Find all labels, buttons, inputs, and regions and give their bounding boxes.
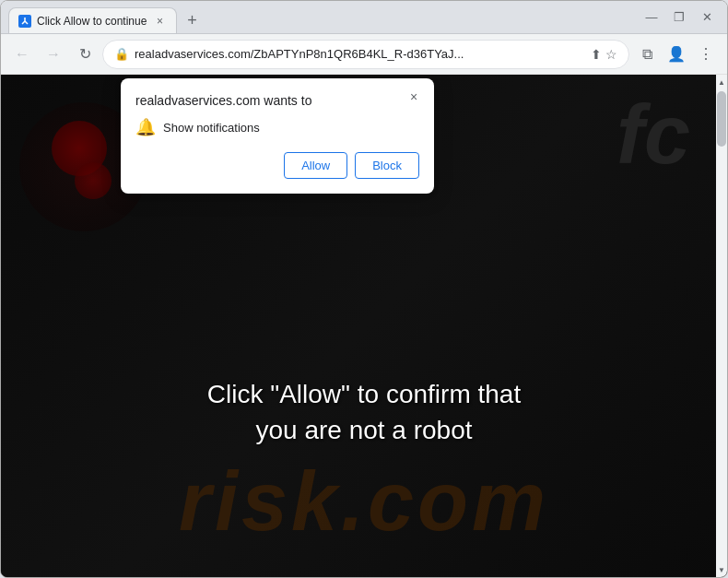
popup-close-button[interactable]: × xyxy=(405,88,423,106)
tab-area: Click Allow to continue × + xyxy=(8,1,628,33)
main-text-line2: you are not a robot xyxy=(207,412,521,448)
allow-button[interactable]: Allow xyxy=(284,152,347,179)
popup-permission-row: 🔔 Show notifications xyxy=(135,117,419,137)
nav-bar: ← → ↻ 🔒 realadvaservices.com/ZbAPTYnP8n1… xyxy=(1,34,727,75)
active-tab[interactable]: Click Allow to continue × xyxy=(8,7,177,33)
tab-title: Click Allow to continue xyxy=(37,15,147,28)
scroll-up-button[interactable]: ▲ xyxy=(716,75,727,89)
split-screen-button[interactable]: ⧉ xyxy=(633,41,661,68)
toolbar-icons: ⧉ 👤 ⋮ xyxy=(633,41,720,68)
collapse-button[interactable]: — xyxy=(639,5,664,30)
scroll-down-button[interactable]: ▼ xyxy=(716,562,727,577)
permission-label: Show notifications xyxy=(163,121,260,135)
scroll-thumb[interactable] xyxy=(717,91,726,147)
forward-button[interactable]: → xyxy=(40,41,67,68)
tab-close-button[interactable]: × xyxy=(152,14,167,29)
bg-decoration-3 xyxy=(75,162,112,199)
menu-button[interactable]: ⋮ xyxy=(692,41,720,68)
share-icon[interactable]: ⬆ xyxy=(591,47,602,62)
lock-icon: 🔒 xyxy=(114,47,129,61)
content-area: fc risk.com Click "Allow" to confirm tha… xyxy=(1,75,727,577)
watermark-fc: fc xyxy=(616,93,690,176)
browser-window: Click Allow to continue × + — ❐ ✕ ← → ↻ … xyxy=(0,0,728,578)
account-button[interactable]: 👤 xyxy=(663,41,690,68)
main-page-text: Click "Allow" to confirm that you are no… xyxy=(207,376,521,448)
watermark-risk: risk.com xyxy=(179,454,549,549)
popup-buttons: Allow Block xyxy=(135,152,419,179)
restore-button[interactable]: ❐ xyxy=(666,5,692,30)
scroll-track[interactable] xyxy=(716,89,727,562)
tab-favicon xyxy=(18,15,31,28)
scrollbar: ▲ ▼ xyxy=(716,75,727,577)
back-button[interactable]: ← xyxy=(8,41,36,68)
address-icons: ⬆ ☆ xyxy=(591,47,617,62)
block-button[interactable]: Block xyxy=(355,152,419,179)
address-bar[interactable]: 🔒 realadvaservices.com/ZbAPTYnP8n1QR6B4K… xyxy=(102,40,629,69)
main-text-line1: Click "Allow" to confirm that xyxy=(207,376,521,412)
reload-button[interactable]: ↻ xyxy=(71,41,99,68)
close-button[interactable]: ✕ xyxy=(694,5,720,30)
permission-popup: × realadvaservices.com wants to 🔔 Show n… xyxy=(121,78,434,194)
url-text: realadvaservices.com/ZbAPTYnP8n1QR6B4KL_… xyxy=(135,47,585,61)
window-controls: — ❐ ✕ xyxy=(639,5,720,30)
title-bar: Click Allow to continue × + — ❐ ✕ xyxy=(1,1,727,34)
bell-icon: 🔔 xyxy=(135,117,156,137)
bookmark-icon[interactable]: ☆ xyxy=(605,47,617,62)
new-tab-button[interactable]: + xyxy=(179,7,205,33)
popup-title: realadvaservices.com wants to xyxy=(135,93,419,108)
